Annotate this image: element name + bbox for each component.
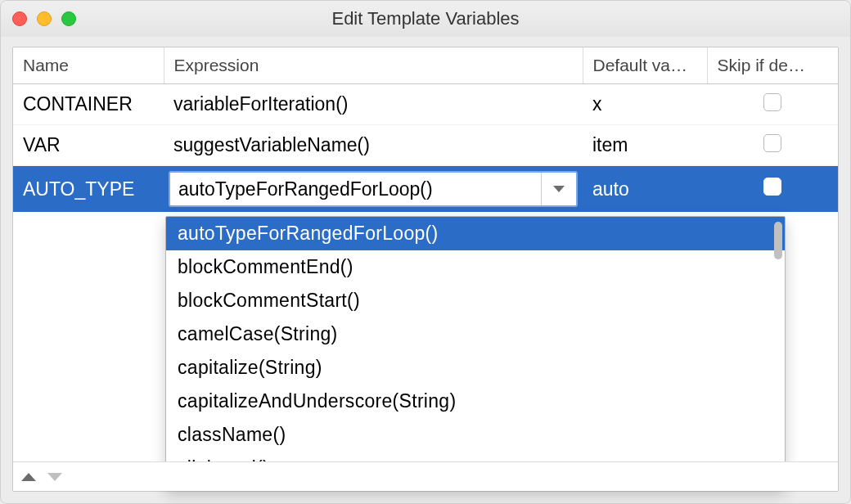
table-row[interactable]: AUTO_TYPE auto bbox=[13, 166, 838, 213]
cell-default[interactable]: auto bbox=[583, 166, 707, 213]
chevron-down-icon bbox=[553, 186, 565, 192]
cell-name[interactable]: VAR bbox=[13, 125, 164, 166]
cell-name[interactable]: CONTAINER bbox=[13, 84, 164, 125]
minimize-icon[interactable] bbox=[37, 11, 52, 26]
dropdown-list: autoTypeForRangedForLoop() blockCommentE… bbox=[166, 217, 785, 485]
dialog-window: Edit Template Variables Name Expression … bbox=[0, 0, 851, 504]
cell-skip[interactable] bbox=[707, 125, 838, 166]
dropdown-item[interactable]: blockCommentStart() bbox=[166, 284, 785, 317]
combo-dropdown-button[interactable] bbox=[542, 173, 576, 205]
cell-skip[interactable] bbox=[707, 166, 838, 213]
content-pane: Name Expression Default va… Skip if de… … bbox=[12, 47, 839, 492]
cell-expression-editing[interactable] bbox=[164, 166, 583, 213]
expression-combo[interactable] bbox=[169, 171, 578, 207]
table-row[interactable]: CONTAINER variableForIteration() x bbox=[13, 84, 838, 125]
titlebar: Edit Template Variables bbox=[1, 1, 850, 37]
cell-default[interactable]: x bbox=[583, 84, 707, 125]
dropdown-item[interactable]: blockCommentEnd() bbox=[166, 250, 785, 284]
col-header-name[interactable]: Name bbox=[13, 47, 164, 84]
col-header-expression[interactable]: Expression bbox=[164, 47, 583, 84]
dropdown-item[interactable]: autoTypeForRangedForLoop() bbox=[166, 217, 785, 250]
expression-dropdown[interactable]: autoTypeForRangedForLoop() blockCommentE… bbox=[165, 216, 786, 489]
checkbox[interactable] bbox=[763, 134, 781, 152]
window-title: Edit Template Variables bbox=[1, 8, 850, 29]
col-header-skip[interactable]: Skip if de… bbox=[707, 47, 838, 84]
table-header-row: Name Expression Default va… Skip if de… bbox=[13, 47, 838, 84]
cell-skip[interactable] bbox=[707, 84, 838, 125]
move-down-button[interactable] bbox=[47, 473, 62, 481]
dropdown-item[interactable]: capitalize(String) bbox=[166, 351, 785, 385]
scrollbar-thumb[interactable] bbox=[774, 222, 782, 259]
dropdown-item[interactable]: camelCase(String) bbox=[166, 317, 785, 351]
expression-input[interactable] bbox=[170, 173, 541, 205]
move-up-button[interactable] bbox=[21, 473, 36, 481]
zoom-icon[interactable] bbox=[61, 11, 76, 26]
cell-expression[interactable]: variableForIteration() bbox=[164, 84, 583, 125]
window-controls bbox=[12, 11, 76, 26]
dropdown-item[interactable]: capitalizeAndUnderscore(String) bbox=[166, 385, 785, 418]
checkbox[interactable] bbox=[763, 178, 781, 196]
close-icon[interactable] bbox=[12, 11, 27, 26]
checkbox[interactable] bbox=[763, 93, 781, 111]
cell-default[interactable]: item bbox=[583, 125, 707, 166]
col-header-default[interactable]: Default va… bbox=[583, 47, 707, 84]
dropdown-item[interactable]: className() bbox=[166, 418, 785, 452]
table-row[interactable]: VAR suggestVariableName() item bbox=[13, 125, 838, 166]
cell-name[interactable]: AUTO_TYPE bbox=[13, 166, 164, 213]
table-footer bbox=[13, 461, 838, 491]
variables-table: Name Expression Default va… Skip if de… … bbox=[13, 47, 838, 212]
cell-expression[interactable]: suggestVariableName() bbox=[164, 125, 583, 166]
